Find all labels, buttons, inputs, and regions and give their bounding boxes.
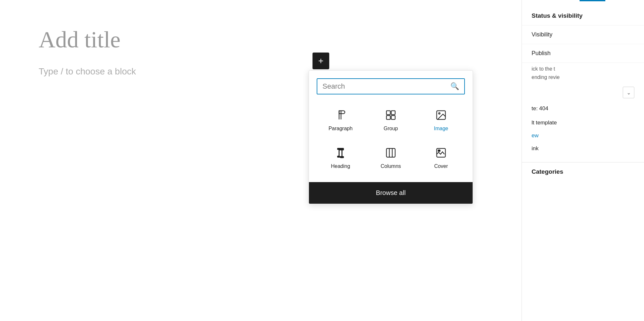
- sidebar-item-publish[interactable]: Publish: [522, 44, 644, 63]
- sidebar-template-row: lt template: [522, 116, 644, 130]
- paragraph-icon: [335, 109, 346, 122]
- group-icon: [385, 109, 397, 122]
- status-code-label: te: 404: [532, 105, 548, 112]
- status-visibility-label: Status & visibility: [532, 12, 582, 19]
- chevron-down-icon: ⌄: [627, 90, 631, 96]
- svg-rect-6: [387, 149, 395, 157]
- image-icon: [435, 109, 447, 122]
- template-label: lt template: [532, 120, 557, 126]
- search-icon: 🔍: [450, 82, 459, 91]
- block-item-paragraph[interactable]: Paragraph: [317, 104, 364, 137]
- block-item-group[interactable]: Group: [367, 104, 415, 137]
- publish-label: Publish: [532, 50, 551, 56]
- truncated-text-1: ick to the t: [522, 63, 644, 73]
- svg-rect-2: [387, 116, 390, 120]
- block-search-input[interactable]: [322, 82, 450, 91]
- svg-point-5: [439, 113, 440, 114]
- block-label-image: Image: [434, 126, 448, 131]
- add-block-button[interactable]: +: [312, 53, 329, 69]
- heading-icon: [335, 147, 346, 160]
- browse-all-button[interactable]: Browse all: [309, 182, 473, 204]
- cover-icon: [435, 147, 447, 160]
- sidebar-menu: Status & visibility Visibility Publish i…: [522, 0, 644, 188]
- link-label-ew: ew: [532, 132, 539, 139]
- chevron-down-button[interactable]: ⌄: [623, 87, 634, 98]
- truncated-text-2: ending revie: [522, 73, 644, 83]
- block-item-cover[interactable]: Cover: [417, 142, 465, 174]
- block-label-paragraph: Paragraph: [329, 126, 353, 131]
- svg-rect-1: [391, 111, 395, 115]
- block-inserter-popup: 🔍 Paragraph: [309, 70, 473, 204]
- block-search-container: 🔍: [317, 78, 465, 94]
- right-sidebar: Status & visibility Visibility Publish i…: [522, 0, 644, 321]
- chevron-row: ⌄: [522, 83, 644, 102]
- block-label-columns: Columns: [380, 163, 401, 169]
- visibility-label: Visibility: [532, 31, 553, 38]
- block-item-heading[interactable]: Heading: [317, 142, 364, 174]
- sidebar-item-status-visibility[interactable]: Status & visibility: [522, 6, 644, 25]
- svg-rect-0: [387, 111, 390, 115]
- block-item-columns[interactable]: Columns: [367, 142, 415, 174]
- sidebar-ink-row: ink: [522, 141, 644, 156]
- svg-rect-10: [438, 150, 440, 151]
- block-item-image[interactable]: Image: [417, 104, 465, 137]
- block-label-group: Group: [384, 126, 398, 131]
- block-label-cover: Cover: [434, 163, 448, 169]
- categories-label: Categories: [532, 168, 563, 175]
- sidebar-item-visibility[interactable]: Visibility: [522, 25, 644, 44]
- columns-icon: [385, 147, 397, 160]
- sidebar-link-ew[interactable]: ew: [522, 130, 644, 141]
- sidebar-tab-indicator: [580, 0, 605, 1]
- sidebar-status-row: te: 404: [522, 102, 644, 116]
- plus-icon: +: [318, 56, 323, 65]
- block-label-heading: Heading: [331, 163, 350, 169]
- editor-title[interactable]: Add title: [39, 26, 406, 54]
- block-grid: Paragraph Group: [317, 104, 465, 174]
- svg-rect-3: [391, 116, 395, 120]
- ink-label: ink: [532, 145, 539, 151]
- sidebar-categories[interactable]: Categories: [522, 162, 644, 181]
